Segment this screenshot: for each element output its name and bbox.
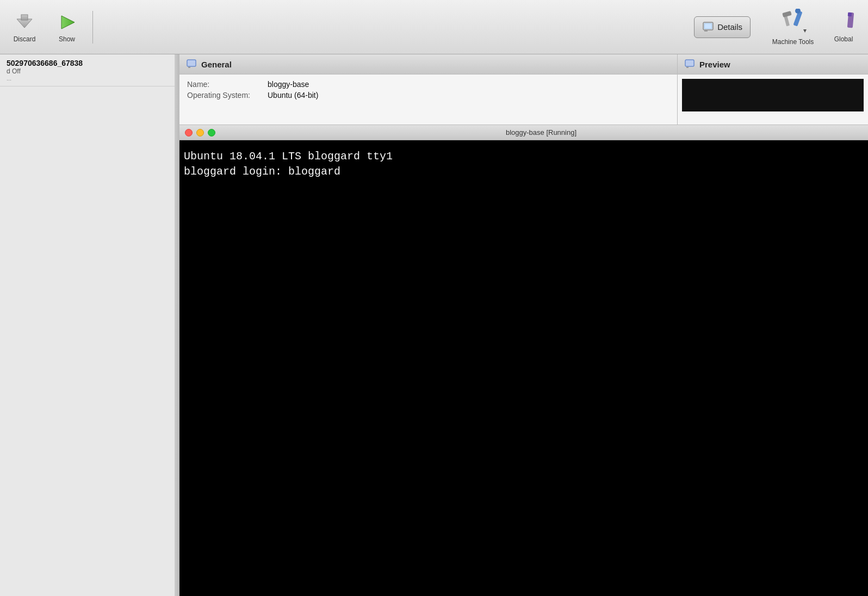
- discard-icon: [14, 11, 35, 33]
- terminal-line-1: Ubuntu 18.04.1 LTS bloggard tty1: [184, 149, 864, 164]
- general-name-row: Name: bloggy-base: [187, 80, 669, 89]
- sidebar-item-extra: ...: [7, 75, 172, 82]
- machine-tools-icon: [779, 9, 807, 36]
- sidebar-vm-item[interactable]: 502970636686_67838 d Off ...: [0, 54, 179, 86]
- traffic-lights: [185, 129, 215, 136]
- sidebar: 502970636686_67838 d Off ...: [0, 54, 179, 596]
- general-panel-header: General: [179, 54, 677, 74]
- discard-button[interactable]: Discard: [5, 8, 44, 46]
- preview-panel-icon: [684, 59, 695, 70]
- vm-titlebar: bloggy-base [Running]: [179, 125, 868, 140]
- show-icon: [56, 11, 78, 33]
- sidebar-item-name: 502970636686_67838: [7, 59, 172, 67]
- global-icon: [833, 11, 854, 33]
- right-panel: General Name: bloggy-base Operating Syst…: [179, 54, 868, 596]
- minimize-button[interactable]: [196, 129, 204, 136]
- discard-label: Discard: [14, 35, 36, 43]
- machine-tools-label: Machine Tools: [772, 38, 814, 46]
- details-icon: [702, 21, 714, 33]
- general-os-row: Operating System: Ubuntu (64-bit): [187, 91, 669, 100]
- global-label: Global: [834, 35, 853, 43]
- global-button[interactable]: Global: [824, 8, 863, 46]
- maximize-button[interactable]: [208, 129, 215, 136]
- content-area: 502970636686_67838 d Off ... General: [0, 54, 868, 596]
- general-os-label: Operating System:: [187, 91, 263, 100]
- vm-terminal[interactable]: Ubuntu 18.04.1 LTS bloggard tty1 bloggar…: [179, 140, 868, 596]
- svg-marker-10: [803, 29, 807, 33]
- preview-panel-header: Preview: [678, 54, 868, 74]
- show-label: Show: [59, 35, 75, 43]
- general-panel: General Name: bloggy-base Operating Syst…: [179, 54, 678, 125]
- vm-window-title: bloggy-base [Running]: [220, 128, 863, 136]
- machine-tools-button[interactable]: Machine Tools: [766, 5, 820, 49]
- resize-handle[interactable]: [175, 54, 179, 596]
- sidebar-item-status: d Off: [7, 67, 172, 75]
- svg-rect-17: [686, 60, 693, 66]
- svg-rect-1: [21, 15, 28, 20]
- general-panel-icon: [186, 59, 197, 70]
- terminal-line-3: bloggard login: bloggard: [184, 164, 864, 179]
- info-panels-row: General Name: bloggy-base Operating Syst…: [179, 54, 868, 125]
- general-panel-content: Name: bloggy-base Operating System: Ubun…: [179, 74, 677, 107]
- toolbar-separator-1: [92, 11, 93, 44]
- svg-marker-2: [61, 16, 75, 29]
- vm-window: bloggy-base [Running] Ubuntu 18.04.1 LTS…: [179, 125, 868, 596]
- details-label: Details: [717, 22, 742, 32]
- svg-rect-14: [188, 60, 195, 66]
- general-name-label: Name:: [187, 80, 263, 89]
- preview-panel: Preview: [678, 54, 868, 125]
- svg-rect-12: [848, 12, 852, 16]
- general-panel-title: General: [201, 60, 232, 69]
- details-button[interactable]: Details: [694, 16, 751, 38]
- svg-rect-4: [704, 23, 712, 29]
- close-button[interactable]: [185, 129, 193, 136]
- toolbar: Discard Show Details: [0, 0, 868, 54]
- general-os-value: Ubuntu (64-bit): [268, 91, 318, 100]
- general-name-value: bloggy-base: [268, 80, 309, 89]
- preview-panel-title: Preview: [699, 60, 730, 69]
- preview-screen: [682, 79, 864, 111]
- show-button[interactable]: Show: [48, 8, 86, 46]
